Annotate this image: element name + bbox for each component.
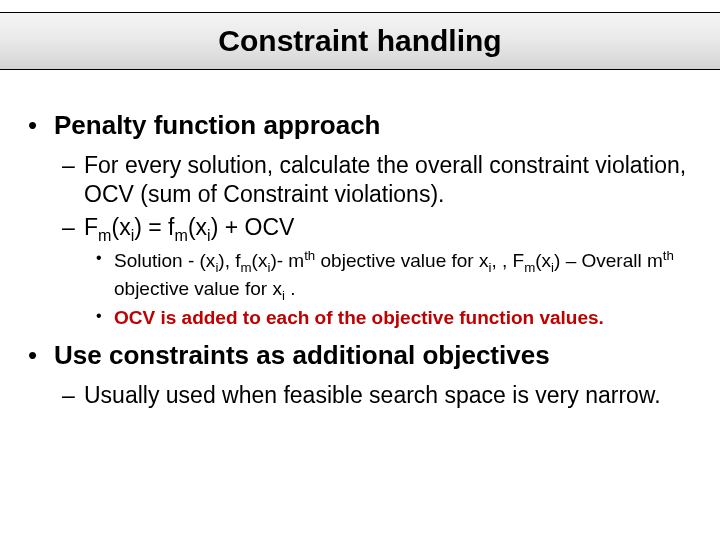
bullet-text: Use constraints as additional objectives	[54, 340, 550, 371]
subbullet-text: For every solution, calculate the overal…	[84, 151, 692, 209]
bullet-dot: •	[96, 248, 114, 304]
red-text: OCV is added to each of the objective fu…	[114, 306, 604, 330]
subsub-ocv-red: • OCV is added to each of the objective …	[96, 306, 692, 330]
bullet-dot: •	[96, 306, 114, 330]
formula-text: Fm(xi) = fm(xi) + OCV	[84, 213, 294, 245]
subbullet-text: Usually used when feasible search space …	[84, 381, 661, 410]
bullet-constraints: • Use constraints as additional objectiv…	[28, 340, 692, 371]
bullet-text: Penalty function approach	[54, 110, 381, 141]
subbullet-ocv-desc: – For every solution, calculate the over…	[62, 151, 692, 209]
bullet-dot: •	[28, 340, 54, 371]
bullet-penalty: • Penalty function approach	[28, 110, 692, 141]
bullet-dot: •	[28, 110, 54, 141]
subbullet-formula: – Fm(xi) = fm(xi) + OCV	[62, 213, 692, 245]
slide-body: • Penalty function approach – For every …	[0, 70, 720, 410]
dash-icon: –	[62, 151, 84, 209]
dash-icon: –	[62, 381, 84, 410]
subbullet-narrow: – Usually used when feasible search spac…	[62, 381, 692, 410]
slide-title: Constraint handling	[218, 24, 501, 58]
subsub-solution: • Solution - (xi), fm(xi)- mth objective…	[96, 248, 692, 304]
solution-text: Solution - (xi), fm(xi)- mth objective v…	[114, 248, 692, 304]
title-bar: Constraint handling	[0, 12, 720, 70]
dash-icon: –	[62, 213, 84, 245]
